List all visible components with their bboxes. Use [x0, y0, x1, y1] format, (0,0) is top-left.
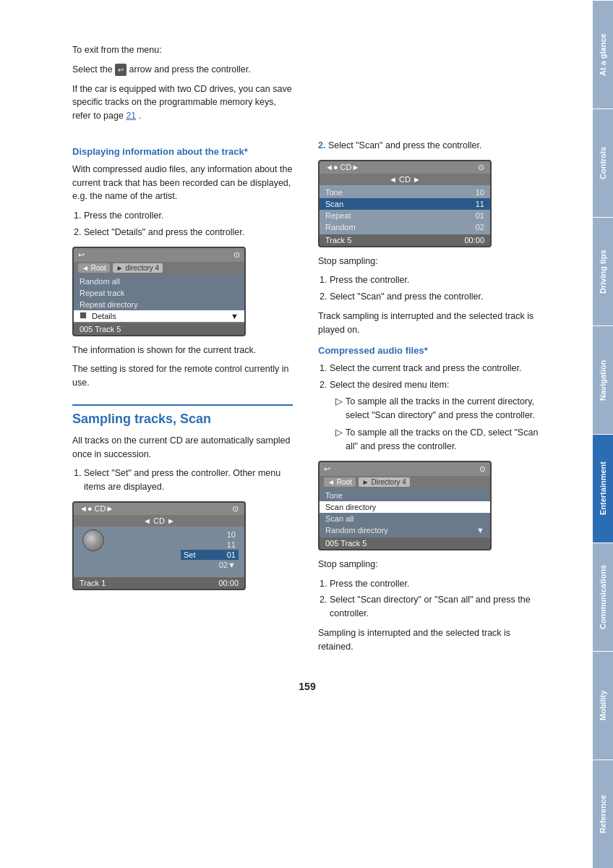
cd-icon-bar: ◄ ● CD ► ⊙: [74, 503, 244, 515]
track-row-set: Set01: [181, 550, 239, 560]
left-column: Displaying information about the track* …: [72, 139, 300, 660]
dir-scan-tone: Tone: [320, 490, 490, 501]
bullet-scan-dir: ▷ To sample all the tracks in the curren…: [335, 395, 542, 422]
top-right: [314, 43, 542, 129]
stop-step-2: Select "Scan" and press the controller.: [330, 290, 542, 304]
displaying-info-steps: Press the controller. Select "Details" a…: [84, 209, 293, 239]
displaying-info-body: With compressed audio files, any informa…: [72, 163, 293, 203]
screen-footer: 005 Track 5: [74, 323, 244, 335]
scan-row-scan: Scan11: [320, 198, 490, 210]
stop-sampling-steps: Press the controller. Select "Scan" and …: [330, 273, 542, 304]
right-step2-intro: 2. Select "Scan" and press the controlle…: [318, 139, 542, 153]
menu-row-repeat-dir: Repeat directory: [74, 299, 244, 310]
bullet-scan-all: ▷ To sample all the tracks on the CD, se…: [335, 426, 542, 454]
cd-drives-line: If the car is equipped with two CD drive…: [72, 82, 293, 123]
step-2: Select "Details" and press the controlle…: [84, 226, 293, 239]
dir-scan-random: Random directory ▼: [320, 524, 490, 536]
displaying-info-section: Displaying information about the track* …: [72, 146, 293, 390]
two-column-layout: Displaying information about the track* …: [72, 139, 542, 660]
screen-scan-mockup: ◄ ● CD ► ⊙ ◄ CD ► Tone10 Scan11: [318, 160, 492, 247]
stop-step-1: Press the controller.: [330, 273, 542, 287]
stop2-step-1: Press the controller.: [330, 577, 542, 591]
dir-scan-all: Scan all: [320, 513, 490, 524]
track-row-11: 11: [181, 540, 239, 550]
top-left: To exit from the menu: Select the ↩ arro…: [72, 43, 300, 129]
scan-footer: Track 5 00:00: [320, 234, 490, 246]
setting-stored-text: The setting is stored for the remote con…: [72, 362, 293, 390]
cd-footer: Track 1 00:00: [74, 577, 244, 589]
stop-sampling-heading1: Stop sampling:: [318, 255, 542, 268]
scan-screen-body: Tone10 Scan11 Repeat01 Random02: [320, 185, 490, 234]
sampling-tracks-heading: Sampling tracks, Scan: [72, 404, 293, 427]
dir-scan-root: ◄ Root: [324, 477, 356, 487]
scan-row-tone: Tone10: [320, 187, 490, 198]
dir-scan-title-bar: ↩ ⊙: [320, 462, 490, 476]
dir-scan-breadcrumb: ◄ Root ► Directory 4: [320, 476, 490, 488]
screen-directory-mockup: ↩ ⊙ ◄ Root ► directory 4 Random all: [72, 247, 246, 336]
sidebar: At a glance Controls Driving tips Naviga…: [593, 0, 613, 868]
sidebar-tab-reference[interactable]: Reference: [593, 760, 613, 868]
cd-track-list: 10 11 Set01 02▼: [181, 529, 239, 570]
scan-row-random: Random02: [320, 221, 490, 233]
compressed-audio-heading: Compressed audio files*: [318, 345, 542, 356]
exit-menu-line1: To exit from the menu:: [72, 43, 293, 57]
screen-breadcrumb: ◄ Root ► directory 4: [74, 262, 244, 274]
main-content: To exit from the menu: Select the ↩ arro…: [0, 0, 564, 868]
step-1: Press the controller.: [84, 209, 293, 223]
cd-screen-body: 10 11 Set01 02▼: [74, 527, 244, 577]
menu-row-random-all: Random all: [74, 276, 244, 287]
screen-directory-scan-mockup: ↩ ⊙ ◄ Root ► Directory 4 Tone: [318, 461, 492, 550]
sidebar-tab-controls[interactable]: Controls: [593, 109, 613, 217]
compressed-steps: Select the current track and press the c…: [330, 362, 542, 454]
sampling-body: All tracks on the current CD are automat…: [72, 434, 293, 461]
info-shown-text: The information is shown for the current…: [72, 344, 293, 357]
sampling-steps: Select "Set" and press the controller. O…: [84, 467, 293, 494]
sampling-tracks-section: Sampling tracks, Scan All tracks on the …: [72, 404, 293, 590]
cd-disc-area: [80, 529, 181, 553]
sidebar-tab-mobility[interactable]: Mobility: [593, 651, 613, 760]
breadcrumb-dir4: ► directory 4: [113, 263, 163, 273]
page-number: 159: [72, 681, 542, 692]
scan-cd-title-bar: ◄ ● CD ► ⊙: [320, 161, 490, 174]
screen-title-bar: ↩ ⊙: [74, 248, 244, 262]
dir-scan-directory: Scan directory: [320, 501, 490, 513]
dir-scan-footer: 005 Track 5: [320, 537, 490, 549]
cd-disc-visual: [82, 529, 104, 551]
back-arrow-icon: ↩: [115, 64, 127, 76]
menu-row-details: Details ▼: [74, 310, 244, 322]
track-sampling-interrupted: Track sampling is interrupted and the se…: [318, 310, 542, 337]
right-column: 2. Select "Scan" and press the controlle…: [314, 139, 542, 660]
dir-scan-body: Tone Scan directory Scan all Random dire…: [320, 488, 490, 537]
compressed-step-1: Select the current track and press the c…: [330, 362, 542, 375]
sampling-step-1: Select "Set" and press the controller. O…: [84, 467, 293, 494]
menu-row-repeat-track: Repeat track: [74, 287, 244, 299]
scroll-indicator: ▼: [231, 312, 239, 320]
screen-cd-mockup: ◄ ● CD ► ⊙ ◄ CD ►: [72, 501, 246, 590]
dir-scan-dir4: ► Directory 4: [359, 477, 410, 487]
details-checkbox: [80, 312, 87, 319]
stop2-step-2: Select "Scan directory" or "Scan all" an…: [330, 593, 542, 621]
displaying-info-heading: Displaying information about the track*: [72, 146, 293, 157]
breadcrumb-root: ◄ Root: [78, 263, 110, 273]
scan-cd-subtitle: ◄ CD ►: [320, 174, 490, 185]
track-row-02: 02▼: [181, 560, 239, 570]
screen-body: Random all Repeat track Repeat directory…: [74, 274, 244, 323]
sidebar-tab-entertainment[interactable]: Entertainment: [593, 434, 613, 542]
track-row-10: 10: [181, 529, 239, 540]
sidebar-tab-communications[interactable]: Communications: [593, 542, 613, 651]
compressed-audio-section: Compressed audio files* Select the curre…: [318, 345, 542, 653]
stop-sampling-heading2: Stop sampling:: [318, 558, 542, 571]
page-ref-link[interactable]: 21: [126, 111, 136, 121]
sampling-retained-text: Sampling is interrupted and the selected…: [318, 626, 542, 654]
sidebar-tab-navigation[interactable]: Navigation: [593, 326, 613, 434]
stop-sampling2-steps: Press the controller. Select "Scan direc…: [330, 577, 542, 621]
sidebar-tab-driving-tips[interactable]: Driving tips: [593, 217, 613, 326]
scan-row-repeat: Repeat01: [320, 210, 490, 221]
top-section: To exit from the menu: Select the ↩ arro…: [72, 43, 542, 129]
sidebar-tab-at-a-glance[interactable]: At a glance: [593, 0, 613, 109]
page-container: To exit from the menu: Select the ↩ arro…: [0, 0, 613, 868]
exit-menu-line2: Select the ↩ arrow and press the control…: [72, 63, 293, 77]
compressed-bullets: ▷ To sample all the tracks in the curren…: [335, 395, 542, 454]
compressed-step-2: Select the desired menu item: ▷ To sampl…: [330, 378, 542, 454]
cd-subtitle: ◄ CD ►: [74, 515, 244, 527]
